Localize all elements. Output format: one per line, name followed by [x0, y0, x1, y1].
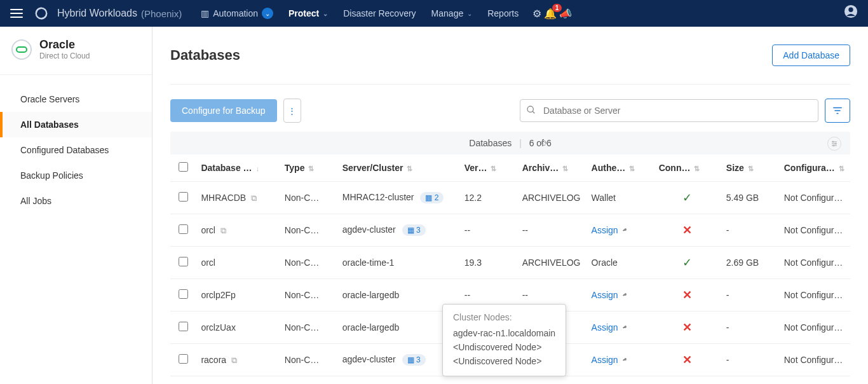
rac-icon: ⧉: [231, 355, 237, 365]
top-nav: Hybrid Workloads (Phoenix) ▥ Automation …: [0, 0, 868, 27]
summary-label: Databases: [469, 138, 512, 148]
table-row: orcl ⧉Non-C…agdev-cluster ▦ 3----Assign …: [170, 214, 850, 247]
refresh-icon[interactable]: ⟳: [541, 138, 548, 148]
config-cell: Not Configur…: [779, 182, 850, 214]
column-header[interactable]: Conn… ⇅: [654, 154, 721, 182]
config-cell: Not Configur…: [779, 247, 850, 279]
sidebar-subtitle: Direct to Cloud: [39, 51, 90, 60]
auth-value: Wallet: [592, 193, 616, 203]
assign-link[interactable]: Assign: [592, 322, 628, 333]
tenant-label: (Phoenix): [141, 8, 182, 19]
nav-item-manage[interactable]: Manage ⌄: [425, 6, 479, 21]
automation-icon: ▥: [201, 8, 209, 18]
nav-label: Automation: [213, 8, 258, 18]
sidebar: Oracle Direct to Cloud Oracle ServersAll…: [0, 27, 153, 384]
megaphone-icon[interactable]: 📣: [559, 8, 572, 20]
page-title: Databases: [170, 47, 240, 64]
search-input[interactable]: [520, 99, 818, 122]
column-header[interactable]: Archiv… ⇅: [517, 154, 587, 182]
rac-icon: ⧉: [220, 226, 226, 235]
server-cell: agdev-cluster ▦ 3: [337, 344, 459, 376]
user-avatar-icon[interactable]: [844, 4, 858, 22]
select-all-checkbox[interactable]: [179, 162, 188, 172]
menu-icon[interactable]: [10, 9, 23, 18]
nav-label: Protect: [288, 8, 319, 18]
search-icon: [526, 105, 536, 117]
node-count-badge[interactable]: ▦ 2: [420, 192, 444, 203]
node-count-badge[interactable]: ▦ 3: [402, 354, 426, 366]
svg-point-1: [848, 8, 853, 12]
table-summary: Databases | 6 of 6 ⟳: [170, 132, 850, 154]
row-checkbox[interactable]: [179, 192, 188, 202]
type-cell: Non-C…: [280, 344, 337, 376]
bell-icon[interactable]: 🔔1: [544, 8, 557, 20]
column-header[interactable]: Ver… ⇅: [459, 154, 517, 182]
archive-cell: ARCHIVELOG: [517, 247, 587, 279]
svg-point-10: [832, 141, 834, 142]
tooltip-line: <Undiscovered Node>: [453, 354, 555, 368]
svg-point-12: [833, 145, 834, 146]
check-icon: ✓: [682, 191, 692, 204]
column-header[interactable]: Size ⇅: [721, 154, 779, 182]
row-checkbox[interactable]: [179, 354, 188, 364]
db-name-cell: MHRACDB ⧉: [196, 182, 279, 214]
configure-backup-button[interactable]: Configure for Backup: [170, 99, 277, 122]
size-cell: -: [721, 279, 779, 312]
assign-link[interactable]: Assign: [592, 225, 628, 235]
sidebar-item-backup-policies[interactable]: Backup Policies: [0, 163, 152, 188]
table-row: MHRACDB ⧉Non-C…MHRAC12-cluster ▦ 212.2AR…: [170, 182, 850, 214]
db-name-cell: orcl ⧉: [196, 214, 279, 247]
row-checkbox[interactable]: [179, 224, 188, 234]
gear-icon[interactable]: ⚙: [532, 8, 541, 20]
x-icon: ✕: [682, 289, 692, 301]
add-database-button[interactable]: Add Database: [772, 45, 850, 66]
column-header[interactable]: Configura… ⇅: [779, 154, 850, 182]
server-cell: oracle-time-1: [337, 247, 459, 279]
sidebar-nav: Oracle ServersAll DatabasesConfigured Da…: [0, 75, 152, 214]
db-name-cell: orclzUax: [196, 312, 279, 344]
config-cell: Not Configur…: [779, 312, 850, 344]
tooltip-line: agdev-rac-n1.localdomain: [453, 326, 555, 340]
sidebar-header: Oracle Direct to Cloud: [0, 38, 152, 75]
tooltip-line: <Undiscovered Node>: [453, 340, 555, 354]
column-header[interactable]: Authe… ⇅: [587, 154, 654, 182]
assign-link[interactable]: Assign: [592, 355, 628, 365]
row-checkbox[interactable]: [179, 289, 188, 299]
size-cell: 5.49 GB: [721, 182, 779, 214]
size-cell: -: [721, 344, 779, 376]
table-row: orclNon-C…oracle-time-119.3ARCHIVELOGOra…: [170, 247, 850, 279]
cluster-nodes-tooltip: Cluster Nodes: agdev-rac-n1.localdomain …: [442, 304, 566, 376]
sidebar-item-all-jobs[interactable]: All Jobs: [0, 188, 152, 214]
sidebar-item-oracle-servers[interactable]: Oracle Servers: [0, 86, 152, 112]
nav-item-reports[interactable]: Reports: [481, 6, 525, 21]
assign-link[interactable]: Assign: [592, 290, 628, 300]
type-cell: Non-C…: [280, 312, 337, 344]
column-header[interactable]: Server/Cluster ⇅: [337, 154, 459, 182]
row-checkbox[interactable]: [179, 257, 188, 266]
rac-icon: ⧉: [251, 193, 257, 203]
more-actions-button[interactable]: ⋮: [283, 99, 301, 123]
nav-label: Reports: [487, 8, 519, 18]
column-header[interactable]: Database … ↓: [196, 154, 279, 182]
db-name-cell: racora ⧉: [196, 344, 279, 376]
config-cell: Not Configur…: [779, 279, 850, 312]
filter-button[interactable]: [825, 99, 850, 123]
nav-item-automation[interactable]: ▥ Automation ⌄: [194, 5, 280, 22]
size-cell: 2.69 GB: [721, 247, 779, 279]
nav-item-protect[interactable]: Protect ⌄: [282, 6, 334, 21]
sidebar-title: Oracle: [39, 38, 90, 51]
nav-label: Manage: [431, 8, 464, 18]
column-header[interactable]: Type ⇅: [280, 154, 337, 182]
column-settings-icon[interactable]: [827, 137, 841, 151]
server-cell: oracle-largedb: [337, 312, 459, 344]
product-logo: [34, 6, 48, 20]
sidebar-item-all-databases[interactable]: All Databases: [0, 112, 152, 137]
version-cell: --: [459, 214, 517, 247]
row-checkbox[interactable]: [179, 322, 188, 331]
x-icon: ✕: [682, 321, 692, 334]
nav-item-dr[interactable]: Disaster Recovery: [337, 6, 422, 21]
chevron-down-icon: ⌄: [262, 8, 273, 19]
server-cell: agdev-cluster ▦ 3: [337, 214, 459, 247]
node-count-badge[interactable]: ▦ 3: [402, 224, 426, 236]
sidebar-item-configured-databases[interactable]: Configured Databases: [0, 137, 152, 163]
